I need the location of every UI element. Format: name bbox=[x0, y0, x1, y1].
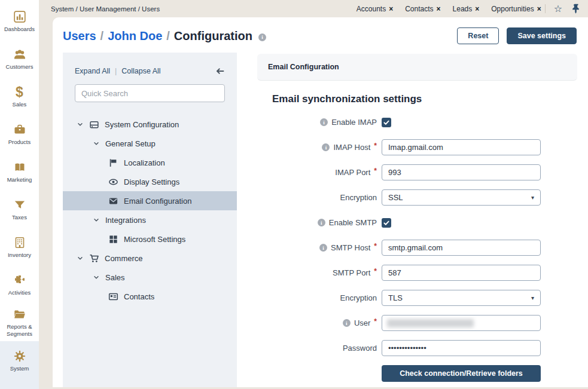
pin-icon[interactable] bbox=[572, 4, 581, 14]
pinned-tab-contacts[interactable]: Contacts× bbox=[405, 5, 440, 13]
form-row-submit: Check connection/Retrieve folders bbox=[257, 365, 577, 382]
close-icon[interactable]: × bbox=[437, 5, 441, 13]
field-label: IMAP Host bbox=[333, 143, 370, 152]
tree-item-label: Display Settings bbox=[124, 177, 179, 186]
sidebar-item-products[interactable]: Products bbox=[0, 115, 39, 153]
field-label-group: i SMTP Host * bbox=[257, 243, 377, 252]
tree-item-general-setup[interactable]: General Setup bbox=[63, 134, 237, 153]
tree-item-email-configuration[interactable]: Email Configuration bbox=[63, 191, 237, 210]
sidebar-item-customers[interactable]: Customers bbox=[0, 40, 39, 78]
settings-tree: System Configuration General Setup Local… bbox=[63, 115, 237, 306]
tree-item-label: General Setup bbox=[105, 139, 156, 148]
required-asterisk: * bbox=[374, 242, 377, 250]
sidebar-item-system[interactable]: System bbox=[0, 341, 39, 389]
imap-host-input[interactable] bbox=[382, 139, 541, 155]
chevron-down-icon[interactable] bbox=[77, 255, 84, 262]
selected-option: SSL bbox=[388, 193, 403, 202]
flag-icon bbox=[108, 158, 118, 168]
tree-item-commerce[interactable]: Commerce bbox=[63, 249, 237, 268]
field-label-group: Encryption bbox=[257, 193, 377, 202]
sidebar-item-reports-segments[interactable]: Reports & Segments bbox=[0, 304, 39, 341]
tree-item-sales[interactable]: Sales bbox=[63, 268, 237, 287]
required-asterisk: * bbox=[374, 267, 377, 275]
info-icon[interactable]: i bbox=[322, 143, 330, 151]
puzzle-icon bbox=[13, 274, 26, 287]
save-settings-button[interactable]: Save settings bbox=[507, 27, 577, 44]
chevron-down-icon[interactable] bbox=[93, 216, 100, 223]
tree-item-integrations[interactable]: Integrations bbox=[63, 210, 237, 229]
info-icon[interactable]: i bbox=[318, 219, 325, 226]
enable-imap-checkbox[interactable] bbox=[382, 118, 391, 127]
tree-item-microsoft-settings[interactable]: Microsoft Settings bbox=[63, 229, 237, 249]
form-row-enable-imap: i Enable IMAP bbox=[257, 114, 577, 130]
email-configuration-section: Email Configuration Email synchronizatio… bbox=[257, 54, 577, 382]
chevron-down-icon: ▾ bbox=[531, 194, 534, 201]
page-title: Users / John Doe / Configuration bbox=[63, 29, 252, 43]
required-asterisk: * bbox=[374, 167, 377, 175]
field-label: Enable IMAP bbox=[331, 118, 377, 127]
gear-icon bbox=[13, 350, 26, 363]
close-icon[interactable]: × bbox=[475, 5, 479, 13]
sidebar-item-label: Taxes bbox=[12, 214, 27, 220]
sidebar-item-label: Marketing bbox=[7, 176, 32, 183]
field-label: SMTP Port bbox=[333, 268, 370, 277]
pinned-tab-accounts[interactable]: Accounts× bbox=[357, 5, 393, 13]
title-link-john-doe[interactable]: John Doe bbox=[108, 29, 162, 43]
close-icon[interactable]: × bbox=[389, 5, 393, 13]
tree-item-label: Microsoft Settings bbox=[124, 235, 185, 244]
field-label-group: Password bbox=[257, 344, 377, 353]
form-row-enable-smtp: i Enable SMTP bbox=[257, 215, 577, 231]
tree-item-contacts[interactable]: Contacts bbox=[63, 287, 237, 306]
tree-controls: Expand All | Collapse All bbox=[63, 53, 237, 76]
pinned-tab-leads[interactable]: Leads× bbox=[453, 5, 480, 13]
sidebar-item-label: Inventory bbox=[8, 252, 31, 258]
user-input[interactable] bbox=[382, 315, 541, 331]
pinned-tab-label: Opportunities bbox=[491, 5, 534, 13]
info-icon[interactable]: i bbox=[319, 244, 327, 252]
close-icon[interactable]: × bbox=[537, 5, 541, 13]
field-label: Password bbox=[343, 344, 377, 353]
chevron-down-icon[interactable] bbox=[77, 121, 84, 128]
sidebar-item-marketing[interactable]: Marketing bbox=[0, 153, 39, 191]
smtp-port-input[interactable] bbox=[382, 265, 541, 281]
info-icon[interactable]: i bbox=[258, 33, 266, 41]
sidebar-item-label: Products bbox=[8, 139, 31, 145]
divider bbox=[545, 4, 546, 13]
sidebar-item-activities[interactable]: Activities bbox=[0, 266, 39, 304]
collapse-panel-arrow-icon[interactable] bbox=[215, 66, 225, 76]
sidebar-item-sales[interactable]: $ Sales bbox=[0, 78, 39, 115]
favorite-star-icon[interactable]: ☆ bbox=[554, 4, 562, 14]
tree-item-system-configuration[interactable]: System Configuration bbox=[63, 115, 237, 134]
book-icon bbox=[13, 161, 26, 174]
sidebar-item-inventory[interactable]: Inventory bbox=[0, 228, 39, 266]
smtp-host-input[interactable] bbox=[382, 240, 541, 256]
field-label: Enable SMTP bbox=[329, 218, 377, 227]
pinned-tab-label: Accounts bbox=[357, 5, 386, 13]
check-connection-button[interactable]: Check connection/Retrieve folders bbox=[382, 365, 541, 382]
expand-all-link[interactable]: Expand All bbox=[75, 67, 110, 75]
eye-icon bbox=[108, 177, 118, 187]
collapse-all-link[interactable]: Collapse All bbox=[121, 67, 160, 75]
selected-option: TLS bbox=[388, 293, 403, 302]
password-input[interactable] bbox=[382, 340, 541, 356]
imap-encryption-select[interactable]: SSL ▾ bbox=[382, 189, 541, 206]
sidebar-item-dashboards[interactable]: Dashboards bbox=[0, 2, 39, 40]
info-icon[interactable]: i bbox=[343, 319, 351, 327]
funnel-icon bbox=[13, 198, 26, 212]
tree-item-localization[interactable]: Localization bbox=[63, 153, 237, 172]
quick-search-input[interactable] bbox=[75, 84, 225, 102]
sidebar-item-taxes[interactable]: Taxes bbox=[0, 191, 39, 228]
pinned-tab-opportunities[interactable]: Opportunities× bbox=[491, 5, 541, 13]
reset-button[interactable]: Reset bbox=[457, 27, 499, 44]
chevron-down-icon[interactable] bbox=[93, 140, 100, 147]
app-sidebar: Dashboards Customers $ Sales Products Ma… bbox=[0, 0, 39, 389]
tree-item-display-settings[interactable]: Display Settings bbox=[63, 172, 237, 191]
info-icon[interactable]: i bbox=[320, 118, 328, 126]
briefcase-icon bbox=[13, 123, 26, 136]
pinned-tab-label: Leads bbox=[453, 5, 473, 13]
smtp-encryption-select[interactable]: TLS ▾ bbox=[382, 290, 541, 306]
imap-port-input[interactable] bbox=[382, 164, 541, 180]
enable-smtp-checkbox[interactable] bbox=[382, 218, 391, 228]
chevron-down-icon[interactable] bbox=[93, 274, 100, 281]
title-link-users[interactable]: Users bbox=[63, 29, 96, 43]
